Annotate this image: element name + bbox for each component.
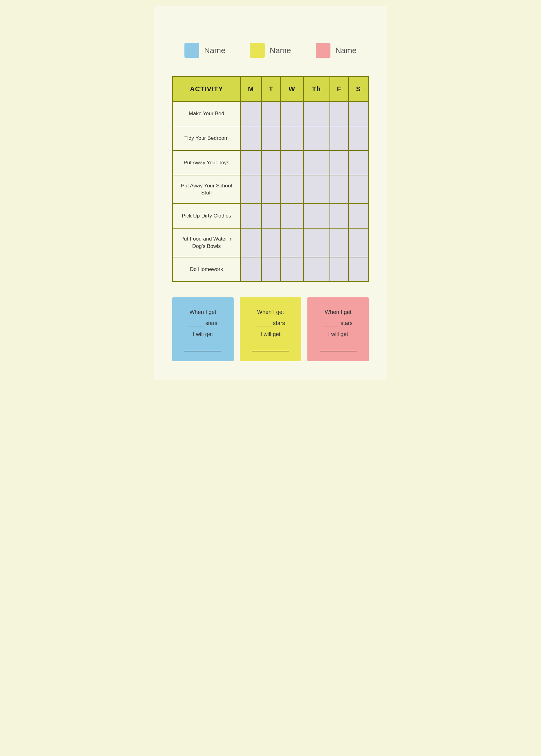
reward-line1-blue: When I get — [180, 307, 226, 318]
day-cell-6-2[interactable] — [262, 257, 280, 282]
table-header-th: Th — [303, 77, 330, 102]
activity-cell-0: Make Your Bed — [173, 102, 241, 126]
table-row: Pick Up Dirty Clothes — [173, 204, 368, 228]
legend-color-yellow — [250, 43, 265, 58]
table-header-w: W — [280, 77, 303, 102]
day-cell-4-3[interactable] — [280, 204, 303, 228]
day-cell-4-4[interactable] — [303, 204, 330, 228]
day-cell-0-5[interactable] — [330, 102, 349, 126]
activity-cell-4: Pick Up Dirty Clothes — [173, 204, 241, 228]
table-row: Make Your Bed — [173, 102, 368, 126]
day-cell-3-6[interactable] — [348, 175, 368, 204]
reward-card-yellow: When I get _____ stars I will get — [240, 297, 301, 361]
day-cell-1-6[interactable] — [348, 126, 368, 150]
reward-section: When I get _____ stars I will get When I… — [172, 297, 369, 361]
table-header-row: ACTIVITYMTWThFS — [173, 77, 368, 102]
table-row: Put Away Your School Stuff — [173, 175, 368, 204]
table-header-t: T — [262, 77, 280, 102]
day-cell-2-5[interactable] — [330, 150, 349, 175]
reward-line2-blue: _____ stars — [180, 318, 226, 329]
reward-card-pink: When I get _____ stars I will get — [307, 297, 369, 361]
day-cell-3-5[interactable] — [330, 175, 349, 204]
day-cell-1-5[interactable] — [330, 126, 349, 150]
reward-line3-yellow: I will get — [248, 329, 293, 340]
legend-name-pink: Name — [335, 46, 356, 55]
reward-line3-blue: I will get — [180, 329, 226, 340]
day-cell-3-2[interactable] — [262, 175, 280, 204]
day-cell-5-1[interactable] — [241, 228, 262, 257]
table-header-s: S — [348, 77, 368, 102]
day-cell-4-6[interactable] — [348, 204, 368, 228]
day-cell-6-4[interactable] — [303, 257, 330, 282]
table-header-f: F — [330, 77, 349, 102]
table-row: Tidy Your Bedroom — [173, 126, 368, 150]
day-cell-5-5[interactable] — [330, 228, 349, 257]
table-header-m: M — [241, 77, 262, 102]
reward-line4-yellow — [248, 340, 293, 352]
legend-color-blue — [185, 43, 199, 58]
day-cell-4-5[interactable] — [330, 204, 349, 228]
activity-cell-1: Tidy Your Bedroom — [173, 126, 241, 150]
table-row: Put Away Your Toys — [173, 150, 368, 175]
table-row: Do Homework — [173, 257, 368, 282]
legend-name-blue: Name — [204, 46, 225, 55]
day-cell-3-4[interactable] — [303, 175, 330, 204]
day-cell-6-5[interactable] — [330, 257, 349, 282]
reward-line3-pink: I will get — [315, 329, 361, 340]
day-cell-2-3[interactable] — [280, 150, 303, 175]
day-cell-5-2[interactable] — [262, 228, 280, 257]
activity-cell-2: Put Away Your Toys — [173, 150, 241, 175]
day-cell-2-4[interactable] — [303, 150, 330, 175]
reward-card-blue: When I get _____ stars I will get — [172, 297, 234, 361]
reward-line2-yellow: _____ stars — [248, 318, 293, 329]
day-cell-6-3[interactable] — [280, 257, 303, 282]
reward-line1-yellow: When I get — [248, 307, 293, 318]
legend-color-pink — [316, 43, 330, 58]
day-cell-1-3[interactable] — [280, 126, 303, 150]
day-cell-5-3[interactable] — [280, 228, 303, 257]
day-cell-0-1[interactable] — [241, 102, 262, 126]
behavior-chart-table: ACTIVITYMTWThFS Make Your BedTidy Your B… — [172, 76, 369, 282]
day-cell-6-6[interactable] — [348, 257, 368, 282]
day-cell-0-4[interactable] — [303, 102, 330, 126]
legend-name-yellow: Name — [270, 46, 291, 55]
legend-item-blue: Name — [185, 43, 225, 58]
table-body: Make Your BedTidy Your BedroomPut Away Y… — [173, 102, 368, 282]
reward-line1-pink: When I get — [315, 307, 361, 318]
day-cell-1-1[interactable] — [241, 126, 262, 150]
reward-line4-blue — [180, 340, 226, 352]
activity-cell-6: Do Homework — [173, 257, 241, 282]
legend-item-yellow: Name — [250, 43, 291, 58]
legend: Name Name Name — [172, 43, 369, 58]
day-cell-0-3[interactable] — [280, 102, 303, 126]
day-cell-6-1[interactable] — [241, 257, 262, 282]
day-cell-5-4[interactable] — [303, 228, 330, 257]
day-cell-0-6[interactable] — [348, 102, 368, 126]
table-header-activity: ACTIVITY — [173, 77, 241, 102]
day-cell-2-6[interactable] — [348, 150, 368, 175]
day-cell-0-2[interactable] — [262, 102, 280, 126]
page: Name Name Name ACTIVITYMTWThFS Make Your… — [154, 6, 387, 380]
day-cell-2-2[interactable] — [262, 150, 280, 175]
reward-line2-pink: _____ stars — [315, 318, 361, 329]
table-row: Put Food and Water in Dog's Bowls — [173, 228, 368, 257]
day-cell-1-2[interactable] — [262, 126, 280, 150]
activity-cell-5: Put Food and Water in Dog's Bowls — [173, 228, 241, 257]
day-cell-3-3[interactable] — [280, 175, 303, 204]
day-cell-4-2[interactable] — [262, 204, 280, 228]
legend-item-pink: Name — [316, 43, 356, 58]
day-cell-1-4[interactable] — [303, 126, 330, 150]
reward-line4-pink — [315, 340, 361, 352]
day-cell-4-1[interactable] — [241, 204, 262, 228]
day-cell-2-1[interactable] — [241, 150, 262, 175]
day-cell-3-1[interactable] — [241, 175, 262, 204]
day-cell-5-6[interactable] — [348, 228, 368, 257]
activity-cell-3: Put Away Your School Stuff — [173, 175, 241, 204]
